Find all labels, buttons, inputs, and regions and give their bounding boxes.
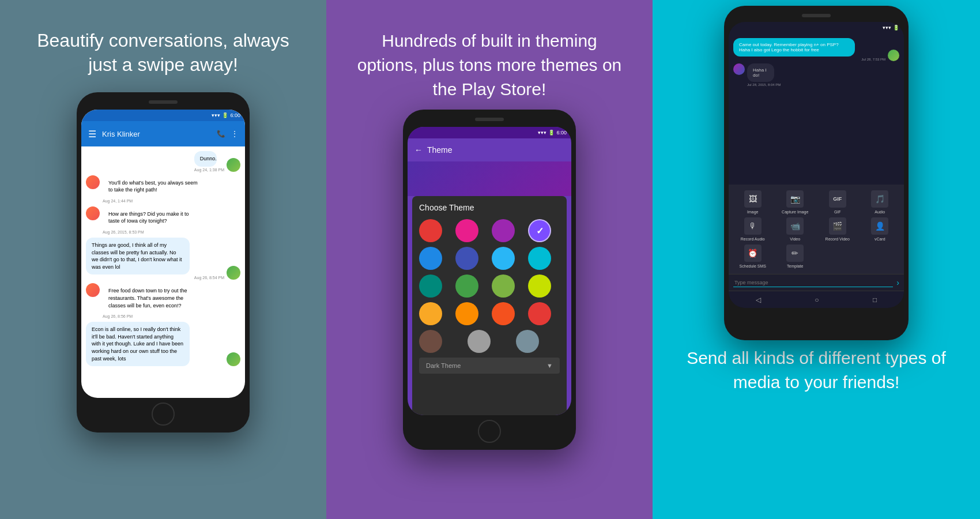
color-teal[interactable] [419,274,442,298]
nav-bar: ◁ ○ □ [729,291,904,308]
video-icon: 📹 [786,217,804,235]
avatar [227,266,240,280]
bubble-text: Things are good, I think all of my class… [86,238,190,274]
color-blue[interactable] [419,247,442,270]
action-video[interactable]: 📹 Video [776,217,815,241]
color-violet-selected[interactable] [528,219,551,242]
action-label: Capture Image [782,210,808,214]
table-row: Econ is all online, so I really don't th… [86,322,240,366]
avatar [86,175,100,189]
color-purple[interactable] [492,219,515,242]
action-gif[interactable]: GIF GIF [818,190,857,214]
status-bar-3: ▾▾▾ 🔋 [729,22,904,33]
action-label: Video [790,237,800,241]
phone-screen-3: ▾▾▾ 🔋 Came out today. Remember playing n… [729,22,904,308]
msg-time: Jul 28, 7:53 PM [733,58,885,61]
theme-header: ← Theme [408,138,571,161]
back-icon[interactable]: ← [414,145,423,155]
status-bar-1: ▾▾▾ 🔋 6:00 [81,110,245,121]
status-time-2: 6:00 [556,130,567,136]
videocam-icon: 🎬 [829,217,846,235]
schedule-icon: ⏰ [744,245,762,262]
table-row: Came out today. Remember playing n+ on P… [733,38,899,61]
color-grey[interactable] [468,330,491,353]
contact-icon: 👤 [871,217,888,235]
media-actions-grid: 🖼 Image 📷 Capture Image GIF GIF 🎵 Audio [729,185,904,274]
home-button-2[interactable] [478,420,501,443]
table-row: How are things? Did you make it to taste… [86,206,240,234]
action-template[interactable]: ✏ Template [776,245,815,268]
color-red[interactable] [419,219,442,242]
send-icon[interactable]: › [896,278,899,287]
home-button[interactable] [152,403,175,426]
menu-icon[interactable]: ☰ [88,129,96,140]
battery-icon: 🔋 [222,112,228,118]
theme-bg-strip [408,161,571,196]
theme-dropdown[interactable]: Dark Theme ▼ [419,358,560,374]
avatar-4 [733,63,745,75]
msg-bubble-sent2: Things are good, I think all of my class… [86,238,224,280]
action-image[interactable]: 🖼 Image [733,190,772,214]
back-nav-icon[interactable]: ◁ [756,296,761,304]
table-row: Things are good, I think all of my class… [86,238,240,280]
call-icon[interactable]: 📞 [217,130,225,138]
color-brown[interactable] [419,330,442,353]
color-indigo[interactable] [455,247,478,270]
avatar-3 [888,50,899,61]
msg-time: Aug 26, 8:56 PM [103,314,240,318]
media-msg-recv-1: Haha I do! Jul 28, 2015, 8:04 PM [747,63,781,86]
action-label: Image [747,210,758,214]
action-capture[interactable]: 📷 Capture Image [776,190,815,214]
theme-title: Theme [427,145,453,155]
action-schedule[interactable]: ⏰ Schedule SMS [733,245,772,268]
table-row: You'll do what's best, you always seem t… [86,175,240,203]
signal-3: ▾▾▾ [883,25,891,31]
theme-screen: ▾▾▾ 🔋 6:00 ← Theme Choose Theme [408,127,571,415]
message-input[interactable] [733,279,893,287]
color-red2[interactable] [528,302,551,325]
color-amber[interactable] [419,302,442,325]
color-orange[interactable] [455,302,478,325]
action-record-video[interactable]: 🎬 Record Video [818,217,857,241]
msg-time: Jul 28, 2015, 8:04 PM [747,83,781,86]
message-list: Dunno. Aug 24, 1:38 PM You'll do what's … [81,146,245,371]
recents-nav-icon[interactable]: □ [873,296,877,304]
color-deeporange[interactable] [492,302,515,325]
msg-time: Aug 26, 2015, 8:53 PM [103,230,240,234]
color-bluegrey[interactable] [516,330,539,353]
dropdown-label: Dark Theme [426,362,461,369]
phone-speaker [149,100,178,104]
phone-speaker-3 [802,14,831,17]
panel-2: Hundreds of built in theming options, pl… [326,0,653,519]
dialog-title: Choose Theme [419,203,560,212]
action-vcard[interactable]: 👤 vCard [861,217,900,241]
action-label: Record Audio [741,237,765,241]
battery-3: 🔋 [893,25,899,31]
table-row: Haha I do! Jul 28, 2015, 8:04 PM [733,63,899,86]
color-pink[interactable] [455,219,478,242]
color-lime[interactable] [528,274,551,298]
avatar [227,158,240,172]
avatar [86,206,100,220]
action-label: Schedule SMS [740,264,766,268]
bubble-text: Dunno. [194,151,217,167]
table-row: Free food down town to try out the resta… [86,283,240,318]
home-nav-icon[interactable]: ○ [815,296,819,304]
color-grid-2 [419,330,560,353]
avatar [86,283,100,297]
action-record-audio[interactable]: 🎙 Record Audio [733,217,772,241]
more-icon[interactable]: ⋮ [231,130,238,138]
bubble-text: You'll do what's best, you always seem t… [103,175,206,198]
msg-bubble-sent3: Econ is all online, so I really don't th… [86,322,224,366]
color-green[interactable] [455,274,478,298]
msg-bubble-recv3: Free food down town to try out the resta… [103,283,240,318]
action-audio[interactable]: 🎵 Audio [861,190,900,214]
color-lightgreen[interactable] [492,274,515,298]
color-cyan[interactable] [528,247,551,270]
panel1-tagline: Beautify conversations, always just a sw… [0,29,326,77]
color-lightblue[interactable] [492,247,515,270]
color-grid [419,219,560,325]
msg-bubble-sent: Dunno. Aug 24, 1:38 PM [194,151,224,172]
msg-bubble-recv: You'll do what's best, you always seem t… [103,175,240,203]
panel-3: ▾▾▾ 🔋 Came out today. Remember playing n… [653,0,980,519]
